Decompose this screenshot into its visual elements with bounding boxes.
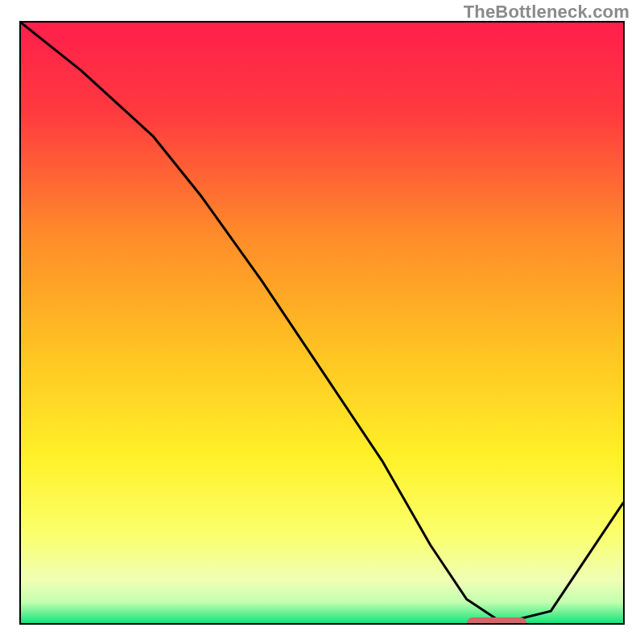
plot-area <box>19 21 625 625</box>
optimal-zone-indicator <box>467 617 527 625</box>
chart-container: TheBottleneck.com <box>0 0 644 644</box>
bottleneck-curve <box>21 23 623 623</box>
attribution-label: TheBottleneck.com <box>464 2 630 23</box>
